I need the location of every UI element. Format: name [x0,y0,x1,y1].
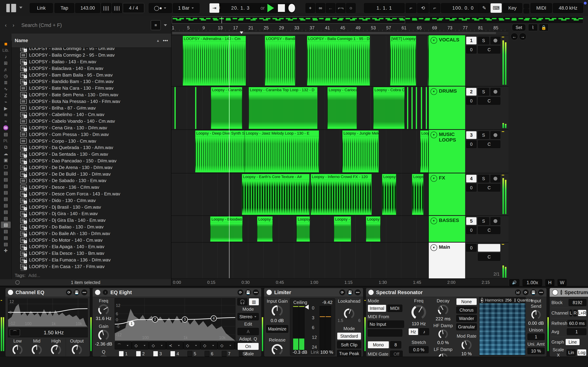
mono-poly-button[interactable]: Mono [368,341,389,349]
list-item[interactable]: LOOPSY - Cena Gira - 130 - D#m.wav [12,125,171,131]
list-item[interactable]: LOOPSY - Dao Pancadao - 150 - D#m.wav [12,158,171,164]
channel-r-button[interactable]: R [573,310,577,316]
folder-icon[interactable]: ▤ [1,170,11,176]
audio-clip[interactable]: Loopsy - [296,216,310,242]
max-for-live-icon[interactable]: Z [1,92,11,99]
folder-icon[interactable]: ▤ [1,189,11,196]
release-knob[interactable] [272,344,283,355]
tap-tempo-button[interactable]: Tap [55,3,74,13]
freq-hz-button[interactable]: Hz [408,328,418,335]
band-toggle[interactable]: 2 [136,351,145,357]
time-signature-field[interactable]: 4 / 4 [123,3,144,13]
band-checkbox[interactable] [187,351,192,357]
band-checkbox[interactable] [136,351,141,357]
pan-field[interactable]: C [478,253,500,261]
preview-icon[interactable] [15,280,20,284]
link-value[interactable]: 100 % [320,350,333,355]
device-on-button[interactable] [8,290,13,295]
folder-icon[interactable]: ▤ [1,202,11,209]
list-item[interactable]: LOOPSY - Da Quebrada - 130 - A#m.wav [12,144,171,151]
folder-icon[interactable]: ▤ [1,222,11,228]
arm-button[interactable] [491,37,500,44]
refresh-field[interactable]: 60.0 ms [567,320,587,327]
q-knob[interactable] [98,355,109,357]
device-on-button[interactable] [552,289,558,295]
band-filter-type-menu[interactable]: ◇ [183,342,200,350]
volume-field[interactable]: 0 [466,140,477,148]
list-item[interactable]: LOOPSY - De De Build - 130 - D#m.wav [12,171,171,177]
list-item[interactable]: LOOPSY - Bandido Bam - 130 - C#m.wav [12,78,171,85]
quantize-checkbox[interactable] [515,299,515,302]
options-chevron-icon[interactable] [19,7,22,8]
eq-band-2[interactable]: ◇2 [132,342,149,357]
eq-band-5[interactable]: ◇5 [183,342,200,357]
playback-speed-field[interactable]: 1.00x [523,279,542,286]
band-toggle[interactable]: 1 [119,351,128,357]
audio-clip[interactable]: Loopsy - Earth's Core Texture - A# [242,174,310,215]
mode-midi-button[interactable]: MIDI [387,305,402,312]
device-on-button[interactable] [368,290,374,295]
audio-clip-sliver[interactable] [407,87,408,129]
punch-in-button[interactable]: ⌐ [406,3,416,13]
track-header[interactable]: ▼BASSES5S0C [428,216,508,242]
volume-field[interactable]: 0 [466,244,477,252]
insert-marker-icon[interactable] [240,32,243,34]
hot-swap-icon[interactable]: ⟳ [66,289,72,295]
list-item[interactable]: LOOPSY - Dj Gira Ela - 140 - Em.wav [12,217,171,224]
sr-play-icon[interactable]: ▶ [481,298,483,303]
browser-column-header[interactable]: Name ▲ ••• [12,33,171,48]
column-options-icon[interactable]: ••• [163,38,168,43]
fold-chevron-icon[interactable]: ▼ [431,88,437,95]
list-item[interactable]: LOOPSY - Baila Conmigo 2 - 95 - Dm.wav [12,52,171,58]
fold-chevron-icon[interactable]: ▼ [431,175,437,182]
list-item[interactable]: LOOPSY - Corpo - 130 - Cm.wav [12,138,171,144]
play-button[interactable] [268,4,274,12]
high-knob[interactable]: High1.7 dB [46,338,66,357]
library-label[interactable]: Lib. [1,47,11,53]
low-knob[interactable]: Low0.0 dB [8,338,27,357]
audio-clip-sliver[interactable] [416,87,417,129]
hp-freq-value[interactable]: 1.50 kHz [20,330,87,335]
track-name[interactable]: ▼BASSES [429,216,465,242]
band-filter-type-menu[interactable]: ⌒ [115,342,132,350]
device-on-button[interactable] [267,290,272,295]
punch-out-button[interactable]: ⌐ [429,3,440,13]
sr-fx-chorus-button[interactable]: Chorus [456,307,477,314]
audio-clip[interactable]: Loopsy - [366,216,380,242]
track-name[interactable]: ▼MUSIC LOOPS [429,130,465,173]
overview-visible-region[interactable] [172,17,405,24]
audio-clip[interactable]: Loopsy - Caramba [211,87,242,129]
band-checkbox[interactable] [153,351,158,357]
band-toggle[interactable]: 3 [153,351,162,357]
spectrum-titlebar[interactable]: ↑ Spectrum [550,288,588,297]
metronome-button[interactable]: ◯● [149,3,172,13]
current-project-icon[interactable]: ▢ [1,163,11,170]
audio-clip-sliver[interactable] [411,87,413,129]
channel-eq-display[interactable]: 12 0 -12 100 1k 10k [8,299,88,327]
eq-eight-display[interactable]: 1 2 3 4 126 0-6 -12 1001k10k [115,298,235,341]
list-item[interactable]: LOOPSY - Dj Gira - 140 - Em.wav [12,210,171,217]
list-item[interactable]: LOOPSY - Da Sentada - 130 - Gm.wav [12,151,171,158]
eq-eight-titlebar[interactable]: ↑ EQ Eight ⟳💾••• [93,288,261,297]
folder-icon[interactable]: ▤ [1,234,11,241]
tags-add-button[interactable]: Add... [28,273,40,278]
device-options-icon[interactable]: ••• [253,289,259,295]
band-checkbox[interactable] [205,351,209,357]
key-map-button[interactable]: Key [503,3,522,13]
folder-icon[interactable]: ▤ [1,196,11,202]
track-number[interactable]: 5 [466,217,477,225]
audio-clip[interactable]: LOOPSY - Baila Conmigo 1 - 95 - Dm [307,36,370,86]
re-enable-automation-icon[interactable]: ← [326,3,335,13]
channel-lr-button[interactable]: L+R [578,310,587,316]
lock-envelopes-icon[interactable]: ⌐¬ [336,3,346,13]
link-button[interactable]: Link [30,3,53,13]
hf-damp-knob[interactable] [438,329,448,339]
band-toggle[interactable]: 6 [205,351,213,357]
volume-field[interactable]: 0 [466,184,477,192]
track-number[interactable]: 3 [466,131,477,139]
packs-icon[interactable]: ⧉ [1,144,11,150]
time-ruler[interactable]: 0:000:150:300:451:001:151:301:452:002:15 [172,278,508,286]
audio-clip[interactable]: Loopsy - Bloodwo [210,216,242,242]
list-item[interactable]: LOOPSY - En La Luna - 130 - Bm.wav [12,270,171,271]
audio-clip[interactable]: Loopsy - Deep Dive Synth Shots - 130 [195,130,245,173]
